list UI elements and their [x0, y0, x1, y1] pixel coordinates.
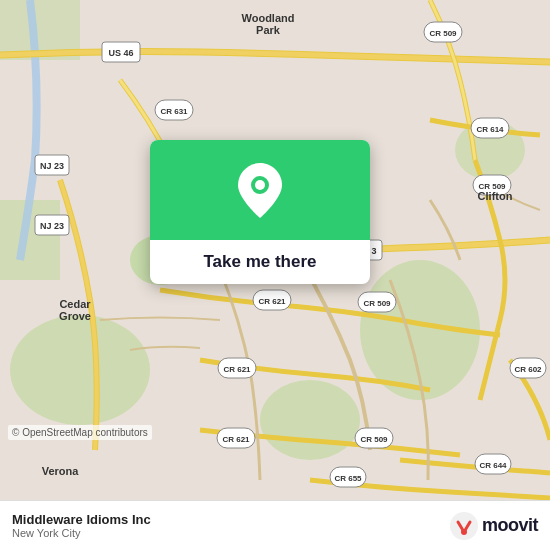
svg-text:Woodland: Woodland: [242, 12, 295, 24]
moovit-brand-text: moovit: [482, 515, 538, 536]
svg-text:US 46: US 46: [108, 48, 133, 58]
svg-text:Clifton: Clifton: [478, 190, 513, 202]
bottom-bar-info: Middleware Idioms Inc New York City: [12, 512, 151, 539]
svg-text:CR 509: CR 509: [360, 435, 388, 444]
svg-point-49: [461, 529, 467, 535]
svg-text:CR 621: CR 621: [222, 435, 250, 444]
svg-text:CR 631: CR 631: [160, 107, 188, 116]
moovit-logo: moovit: [450, 512, 538, 540]
svg-text:Verona: Verona: [42, 465, 80, 477]
svg-text:CR 509: CR 509: [429, 29, 457, 38]
bottom-bar: Middleware Idioms Inc New York City moov…: [0, 500, 550, 550]
svg-point-48: [450, 512, 478, 540]
location-subtitle: New York City: [12, 527, 151, 539]
svg-text:CR 602: CR 602: [514, 365, 542, 374]
svg-point-47: [255, 180, 265, 190]
map-container: US 46 CR 631 CR 509 CR 509 CR 614 NJ 23 …: [0, 0, 550, 500]
svg-text:CR 509: CR 509: [363, 299, 391, 308]
svg-text:CR 655: CR 655: [334, 474, 362, 483]
svg-text:NJ 23: NJ 23: [40, 221, 64, 231]
cta-button-section[interactable]: Take me there: [150, 240, 370, 284]
moovit-logo-icon: [450, 512, 478, 540]
svg-text:CR 614: CR 614: [476, 125, 504, 134]
svg-point-1: [10, 315, 150, 425]
copyright-text: © OpenStreetMap contributors: [8, 425, 152, 440]
svg-text:Grove: Grove: [59, 310, 91, 322]
location-title: Middleware Idioms Inc: [12, 512, 151, 527]
svg-text:Park: Park: [256, 24, 281, 36]
cta-button-label: Take me there: [203, 252, 316, 271]
cta-overlay[interactable]: Take me there: [150, 140, 370, 284]
svg-text:CR 621: CR 621: [258, 297, 286, 306]
location-pin-icon: [238, 163, 282, 218]
svg-point-3: [260, 380, 360, 460]
svg-text:NJ 23: NJ 23: [40, 161, 64, 171]
svg-text:CR 644: CR 644: [479, 461, 507, 470]
svg-text:CR 621: CR 621: [223, 365, 251, 374]
cta-green-section: [150, 140, 370, 240]
svg-text:Cedar: Cedar: [59, 298, 91, 310]
